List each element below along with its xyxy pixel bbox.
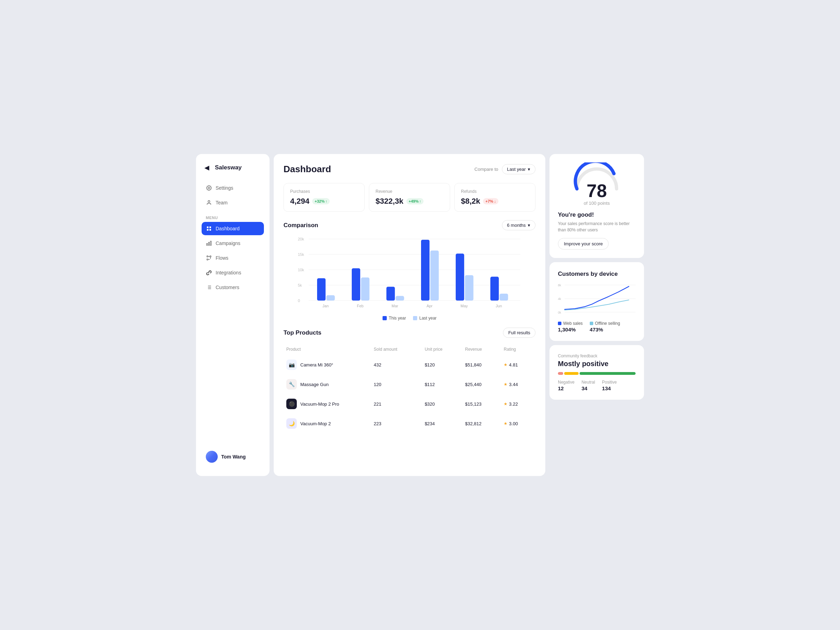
stat-card-purchases: Purchases 4,294 +32% ↑ (284, 183, 365, 212)
product-cell: 🔧 Massage Gun (284, 375, 371, 394)
sidebar-item-customers[interactable]: Customers (202, 281, 264, 294)
device-legend: Web sales 1,304% Offline selling 473% (558, 321, 636, 333)
stat-card-refunds: Refunds $8,2k +7% ↓ (454, 183, 535, 212)
compare-dropdown[interactable]: Last year ▾ (502, 164, 535, 174)
device-chart: 8k 4k 0k (558, 282, 636, 317)
svg-rect-37 (387, 287, 395, 301)
stats-row: Purchases 4,294 +32% ↑ Revenue $322,3k +… (284, 183, 535, 212)
score-max: of 100 points (584, 201, 610, 206)
svg-rect-44 (465, 275, 473, 301)
legend-dot-last-year (413, 316, 417, 320)
product-revenue: $25,440 (463, 375, 501, 394)
table-row: 🔧 Massage Gun 120 $112 $25,440 ★ 3.44 (284, 375, 535, 394)
legend-label-last-year: Last year (419, 316, 436, 321)
svg-rect-7 (208, 242, 210, 245)
device-chart-svg: 8k 4k 0k (558, 282, 636, 317)
legend-label-this-year: This year (389, 316, 406, 321)
improve-score-button[interactable]: Improve your score (558, 238, 609, 249)
chevron-down-icon: ▾ (528, 167, 530, 172)
period-dropdown[interactable]: 6 months ▾ (502, 220, 535, 230)
sidebar: ◀ Salesway Settings Team MENU (196, 154, 270, 476)
feedback-segment-positive (579, 372, 636, 375)
legend-this-year: This year (382, 316, 406, 321)
sidebar-item-flows[interactable]: Flows (202, 251, 264, 265)
page-title: Dashboard (284, 164, 331, 175)
top-products-section: Top Products Full results Product Sold a… (284, 328, 535, 434)
stat-value-row-revenue: $322,3k +49% ↑ (376, 197, 444, 206)
svg-text:Jan: Jan (322, 304, 328, 308)
sidebar-label-dashboard: Dashboard (216, 226, 240, 231)
offline-sales-dot (590, 322, 593, 325)
stat-label-purchases: Purchases (290, 189, 358, 194)
svg-text:20k: 20k (298, 237, 304, 241)
svg-text:May: May (461, 304, 468, 308)
product-sold: 223 (372, 414, 422, 433)
svg-rect-34 (352, 268, 360, 300)
svg-rect-2 (207, 226, 208, 228)
sidebar-label-settings: Settings (216, 185, 234, 191)
offline-sales-value: 473% (590, 327, 620, 333)
feedback-title: Mostly positive (558, 360, 636, 368)
sidebar-item-settings[interactable]: Settings (202, 181, 264, 194)
svg-rect-8 (207, 243, 208, 245)
col-sold: Sold amount (372, 344, 422, 355)
product-revenue: $15,123 (463, 395, 501, 413)
product-name: Massage Gun (300, 382, 328, 387)
compare-value: Last year (507, 167, 526, 172)
rating-value: 4.81 (509, 362, 518, 368)
sidebar-item-dashboard[interactable]: Dashboard (202, 222, 264, 235)
avatar (206, 451, 218, 463)
feedback-stat-negative: Negative 12 (558, 380, 574, 391)
web-sales-dot (558, 322, 561, 325)
star-icon: ★ (504, 421, 507, 426)
svg-text:4k: 4k (558, 297, 561, 301)
sidebar-label-flows: Flows (216, 255, 229, 261)
neutral-label: Neutral (581, 380, 595, 385)
flow-icon (206, 255, 212, 261)
bar-chart-svg: 20k 15k 10k 5k 0 Jan (284, 236, 535, 313)
sidebar-footer: Tom Wang (202, 447, 264, 466)
product-price: $320 (422, 395, 462, 413)
device-card: Customers by device 8k 4k 0k (549, 262, 644, 341)
product-thumb: 📷 (286, 360, 297, 370)
feedback-segment-neutral (564, 372, 579, 375)
product-rating: ★ 3.44 (502, 375, 535, 394)
svg-text:8k: 8k (558, 284, 561, 287)
product-rating: ★ 3.22 (502, 395, 535, 413)
stat-badge-refunds: +7% ↓ (483, 198, 498, 204)
sidebar-item-team[interactable]: Team (202, 196, 264, 209)
score-number: 78 (584, 182, 610, 200)
device-title: Customers by device (558, 270, 636, 278)
web-sales-value: 1,304% (558, 327, 583, 333)
col-rating: Rating (502, 344, 535, 355)
legend-last-year: Last year (413, 316, 436, 321)
comparison-section: Comparison 6 months ▾ 20k 15k 10k 5k 0 (284, 220, 535, 321)
plug-icon (206, 270, 212, 276)
stat-value-row-refunds: $8,2k +7% ↓ (461, 197, 529, 206)
full-results-label: Full results (508, 330, 530, 335)
full-results-button[interactable]: Full results (503, 328, 535, 338)
offline-sales-label: Offline selling (595, 321, 620, 326)
positive-label: Positive (602, 380, 617, 385)
top-products-header: Top Products Full results (284, 328, 535, 338)
svg-rect-38 (395, 296, 404, 301)
stat-label-revenue: Revenue (376, 189, 444, 194)
comparison-chart: 20k 15k 10k 5k 0 Jan (284, 236, 535, 313)
product-cell: 🌙 Vacuum-Mop 2 (284, 414, 371, 433)
svg-rect-40 (421, 240, 429, 301)
score-card: 78 of 100 points You're good! Your sales… (549, 154, 644, 258)
sidebar-label-campaigns: Campaigns (216, 240, 240, 246)
sidebar-item-integrations[interactable]: Integrations (202, 266, 264, 279)
bar-chart-icon (206, 240, 212, 246)
col-revenue: Revenue (463, 344, 501, 355)
grid-icon (206, 226, 212, 232)
sidebar-item-campaigns[interactable]: Campaigns (202, 237, 264, 250)
table-row: 🌙 Vacuum-Mop 2 223 $234 $32,812 ★ 3.00 (284, 414, 535, 433)
comparison-title: Comparison (284, 222, 318, 229)
product-name: Vacuum-Mop 2 Pro (300, 401, 339, 407)
negative-label: Negative (558, 380, 574, 385)
svg-text:0: 0 (298, 298, 300, 303)
product-rating: ★ 4.81 (502, 355, 535, 374)
negative-value: 12 (558, 385, 574, 391)
feedback-label: Community feedback (558, 354, 636, 358)
